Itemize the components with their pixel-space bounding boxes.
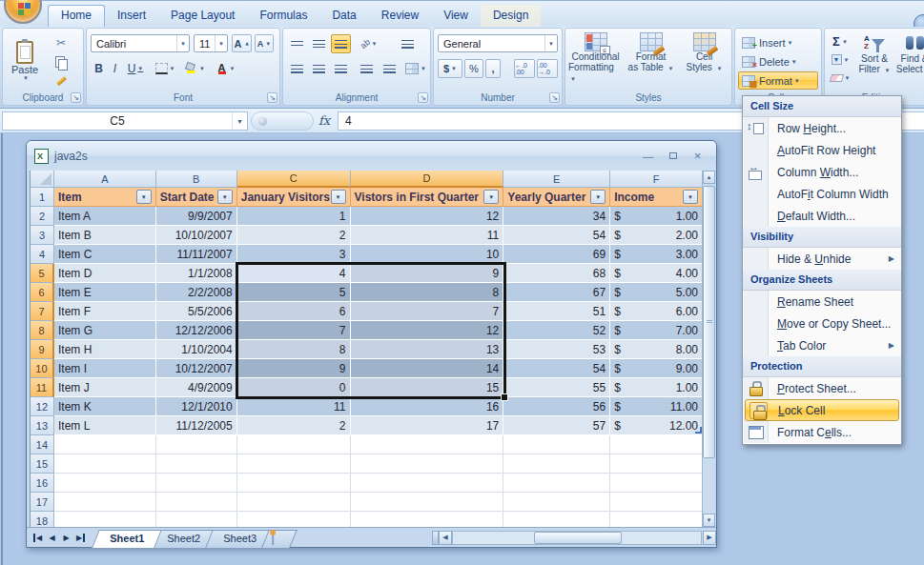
filter-dropdown-button[interactable]: ▼ [590,190,606,204]
menu-item-autofit-column-width[interactable]: AutoFit Column Width [743,183,901,205]
cell-B10[interactable]: 10/12/2007 [156,359,237,378]
cell-C17[interactable] [237,493,351,512]
menu-item-protect-sheet[interactable]: Protect Sheet... [743,377,901,399]
menu-item-rename-sheet[interactable]: Rename Sheet [743,291,901,313]
insert-function-icon[interactable]: fx [318,113,330,128]
menu-item-tab-color[interactable]: Tab Color▶ [743,334,901,356]
alignment-dialog-launcher[interactable]: ↘ [418,92,428,103]
cell-D7[interactable]: 7 [351,302,504,321]
cell-F12[interactable]: $11.00 [610,397,703,416]
wrap-text-button[interactable] [396,34,419,53]
cell-C10[interactable]: 9 [237,359,351,378]
row-header-18[interactable]: 18 [31,512,54,527]
increase-decimal-button[interactable]: ←.0 .00 [514,59,535,78]
cell-C2[interactable]: 1 [237,207,351,226]
delete-cells-button[interactable]: × Delete▼ [738,52,818,71]
row-header-7[interactable]: 7 [31,302,54,321]
formula-bar-splitter[interactable] [251,111,314,131]
hscroll-left-button[interactable]: ◀ [439,531,452,545]
row-header-12[interactable]: 12 [31,397,54,416]
fill-button[interactable]: ▼▼ [827,51,853,68]
first-sheet-button[interactable]: ◀ [31,531,45,545]
row-header-3[interactable]: 3 [31,226,54,245]
cell-E6[interactable]: 67 [503,283,610,302]
cell-E7[interactable]: 51 [503,302,610,321]
cell-D11[interactable]: 15 [351,378,504,397]
conditional-formatting-button[interactable]: ≤ Conditional Formatting ▼ [568,32,623,91]
cell-B18[interactable] [156,512,237,527]
cell-F11[interactable]: $1.00 [610,378,703,397]
tab-scrollbar-splitter[interactable] [432,531,439,545]
menu-item-autofit-row-height[interactable]: AutoFit Row Height [743,139,901,161]
cell-C13[interactable]: 2 [237,416,351,435]
cell-E5[interactable]: 68 [503,264,610,283]
cell-C7[interactable]: 6 [237,302,351,321]
cell-F5[interactable]: $4.00 [610,264,703,283]
row-header-15[interactable]: 15 [31,454,54,474]
cell-D9[interactable]: 13 [351,340,504,359]
cell-C9[interactable]: 8 [237,340,351,359]
row-header-6[interactable]: 6 [31,283,54,302]
menu-item-default-width[interactable]: Default Width... [743,205,901,227]
horizontal-scrollbar[interactable] [452,531,702,545]
underline-button[interactable]: U▼ [123,59,148,78]
increase-indent-button[interactable] [379,59,400,78]
cell-C8[interactable]: 7 [237,321,351,340]
filter-dropdown-button[interactable]: ▼ [136,190,152,204]
row-header-10[interactable]: 10 [31,359,54,378]
cell-F16[interactable] [610,474,703,493]
row-header-5[interactable]: 5 [31,264,54,283]
cell-B3[interactable]: 10/10/2007 [156,226,237,245]
cell-A17[interactable] [54,493,156,512]
orientation-button[interactable]: ab▼ [356,34,381,53]
hscroll-right-button[interactable]: ▶ [703,531,716,545]
row-header-13[interactable]: 13 [31,416,54,435]
cell-B2[interactable]: 9/9/2007 [156,207,237,226]
tab-view[interactable]: View [431,5,481,28]
align-center-button[interactable] [309,59,329,78]
cell-B5[interactable]: 1/1/2008 [156,264,237,283]
cell-D13[interactable]: 17 [351,416,504,435]
row-header-9[interactable]: 9 [31,340,54,359]
cell-A9[interactable]: Item H [54,340,156,359]
workbook-title-bar[interactable]: java2s — × [27,141,716,171]
comma-format-button[interactable]: , [485,59,501,78]
vertical-scroll-thumb[interactable] [703,186,715,458]
cell-C3[interactable]: 2 [237,226,351,245]
header-cell-D1[interactable]: Vistors in First Quarter▼ [351,188,504,207]
cell-C16[interactable] [237,474,351,493]
cell-B13[interactable]: 11/12/2005 [156,416,237,435]
cell-D16[interactable] [351,474,504,493]
cell-E11[interactable]: 55 [503,378,610,397]
filter-dropdown-button[interactable]: ▼ [331,190,346,204]
restore-button[interactable] [662,149,684,164]
header-cell-B1[interactable]: Start Date▼ [156,188,237,207]
row-header-1[interactable]: 1 [31,188,54,207]
decrease-indent-button[interactable] [356,59,377,78]
cell-A18[interactable] [54,512,156,527]
cell-E14[interactable] [503,435,610,454]
scroll-down-button[interactable]: ▼ [703,514,715,527]
font-size-combo[interactable]: 11▼ [194,34,228,52]
cell-A16[interactable] [54,474,156,493]
cell-F3[interactable]: $2.00 [610,226,703,245]
cell-F14[interactable] [610,435,703,454]
minimize-button[interactable]: — [637,149,659,164]
header-cell-F1[interactable]: Income▼ [610,188,703,207]
column-header-A[interactable]: A [54,171,156,188]
cell-D12[interactable]: 16 [351,397,504,416]
cell-A14[interactable] [54,435,156,454]
cell-D2[interactable]: 12 [351,207,504,226]
cell-C5[interactable]: 4 [237,264,351,283]
next-sheet-button[interactable]: ▶ [59,531,73,545]
borders-button[interactable]: ▼ [152,59,178,78]
cell-E12[interactable]: 56 [503,397,610,416]
cell-D17[interactable] [351,493,504,512]
format-as-table-button[interactable]: Format as Table ▼ [625,32,677,91]
cell-C11[interactable]: 0 [237,378,351,397]
close-button[interactable]: × [687,149,708,164]
clear-button[interactable]: ▼ [827,70,853,86]
cell-F4[interactable]: $3.00 [610,245,703,264]
cell-F10[interactable]: $9.00 [610,359,703,378]
cell-C14[interactable] [237,435,351,454]
